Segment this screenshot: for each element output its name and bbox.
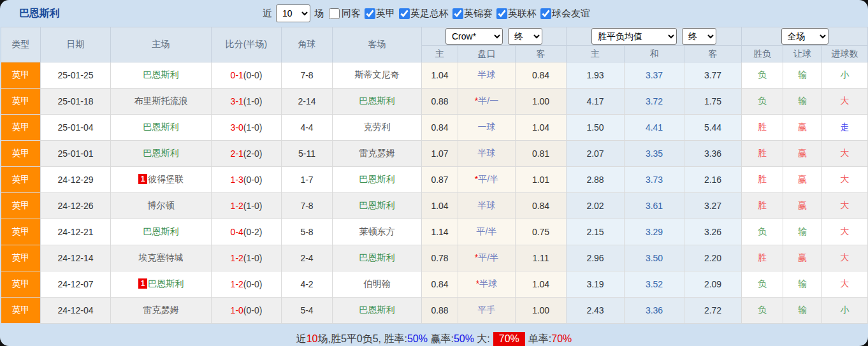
handicap-line: 平手 (458, 298, 516, 324)
scope-select[interactable]: 全场 (781, 28, 828, 45)
goals-result: 走 (822, 115, 868, 141)
goals-result: 大 (822, 141, 868, 167)
corners-cell: 5-11 (282, 141, 333, 167)
league-checkbox[interactable] (365, 8, 375, 19)
odds-away: 3.27 (684, 193, 742, 219)
date-cell: 24-12-07 (41, 271, 111, 298)
corners-cell: 5-8 (282, 219, 333, 245)
odds-draw: 3.37 (625, 62, 684, 89)
odds-source-select[interactable]: 胜平负均值 (591, 28, 677, 45)
footer-stat: 大: (474, 333, 490, 346)
ah-home-odds: 1.04 (422, 193, 458, 219)
corners-cell: 7-8 (282, 193, 333, 219)
league-label: 英足总杯 (410, 8, 449, 20)
sub-col-header: 盘口 (458, 46, 516, 62)
odds-away: 3.26 (684, 219, 742, 245)
page-title: 巴恩斯利 (19, 7, 60, 20)
ah-away-odds: 1.00 (516, 298, 567, 324)
ah-away-odds: 0.75 (516, 219, 567, 245)
team-name: 巴恩斯利 (359, 252, 395, 263)
corners-cell: 2-4 (282, 245, 333, 271)
ah-time-select[interactable]: 终 (508, 28, 542, 45)
corners-cell: 4-4 (282, 115, 333, 141)
handicap-line: 半球 (458, 62, 516, 89)
corners-cell: 7-8 (282, 62, 333, 89)
wdl-result: 胜 (742, 167, 783, 193)
league-label: 球会友谊 (552, 8, 590, 20)
score-cell: 1-2(1-0) (212, 245, 282, 271)
ah-source-select[interactable]: Crow* (445, 28, 503, 45)
ah-away-odds: 1.04 (516, 271, 567, 298)
same-venue-checkbox[interactable] (329, 8, 340, 19)
footer-stat: 单率: (528, 333, 551, 346)
league-badge: 英甲 (1, 219, 41, 245)
league-filters: 英甲英足总杯英锦赛英联杯球会友谊 (361, 8, 590, 20)
league-badge: 英甲 (1, 167, 41, 193)
footer-stat: 50% (407, 333, 428, 345)
ah-home-odds: 1.14 (422, 219, 458, 245)
ah-home-odds: 0.88 (422, 89, 458, 115)
handicap-line: 半球 (458, 193, 516, 219)
wdl-result: 胜 (742, 245, 783, 271)
sub-col-header: 主 (567, 46, 625, 62)
league-checkbox[interactable] (452, 8, 463, 19)
recent-count-select[interactable]: 10 (276, 4, 310, 22)
team-name: 布里斯托流浪 (134, 96, 188, 106)
summary-footer: 近10场,胜5平0负5, 胜率:50% 赢率:50% 大:70%单率:70% (0, 324, 868, 346)
league-badge: 英甲 (1, 115, 41, 141)
col-header-home: 主场 (111, 27, 212, 62)
footer-stat: 赢率: (428, 333, 454, 346)
ah-away-odds: 0.84 (516, 193, 567, 219)
footer-stat: 近 (296, 333, 307, 346)
team-name: 巴恩斯利 (143, 122, 179, 132)
home-team-cell: 1巴恩斯利 (111, 271, 212, 298)
odds-time-select[interactable]: 终 (682, 28, 716, 45)
score-cell: 1-2(0-0) (212, 271, 282, 298)
wdl-result: 胜 (742, 193, 783, 219)
col-header-score: 比分(半场) (212, 27, 282, 62)
team-name: 伯明翰 (364, 278, 391, 289)
col-header-date: 日期 (41, 27, 111, 62)
match-row: 英甲 25-01-18 布里斯托流浪 3-1(1-0) 2-14 巴恩斯利 0.… (1, 89, 868, 115)
league-badge: 英甲 (1, 141, 41, 167)
corners-cell: 2-14 (282, 89, 333, 115)
odds-draw: 3.36 (625, 298, 684, 324)
league-checkbox[interactable] (399, 8, 410, 19)
corners-cell: 4-2 (282, 271, 333, 298)
ah-odds-header: Crow* 终 (422, 27, 567, 46)
home-team-cell: 巴恩斯利 (111, 62, 212, 89)
handicap-result: 赢 (783, 193, 822, 219)
team-name: 巴恩斯利 (143, 148, 179, 158)
team-name: 巴恩斯利 (143, 226, 179, 236)
handicap-line: *平/半 (458, 245, 516, 271)
odds-home: 2.88 (567, 167, 625, 193)
league-label: 英甲 (376, 8, 395, 20)
team-name: 博尔顿 (148, 200, 175, 210)
wdl-result: 胜 (742, 141, 783, 167)
league-checkbox[interactable] (540, 8, 551, 19)
sub-col-header: 主 (422, 46, 458, 62)
footer-stat: 10 (307, 333, 318, 345)
score-cell: 3-1(1-0) (212, 89, 282, 115)
league-badge: 英甲 (1, 271, 41, 298)
handicap-line: *平/半 (458, 167, 516, 193)
date-cell: 25-01-25 (41, 62, 111, 89)
home-team-cell: 雷克瑟姆 (111, 298, 212, 324)
result-header: 全场 (742, 27, 868, 46)
date-cell: 24-12-29 (41, 167, 111, 193)
odds-draw: 3.29 (625, 219, 684, 245)
handicap-result: 输 (783, 219, 822, 245)
sub-col-header: 和 (625, 46, 684, 62)
league-filter: 英锦赛 (449, 8, 493, 20)
odds-home: 2.02 (567, 193, 625, 219)
ah-home-odds: 0.88 (422, 298, 458, 324)
league-label: 英联杯 (508, 8, 537, 20)
team-name: 埃克塞特城 (139, 252, 184, 263)
match-row: 英甲 24-12-04 雷克瑟姆 1-0(0-0) 5-4 巴恩斯利 0.88 … (1, 298, 868, 324)
odds-draw: 3.72 (625, 89, 684, 115)
league-checkbox[interactable] (496, 8, 507, 19)
home-team-cell: 博尔顿 (111, 193, 212, 219)
goals-result: 大 (822, 167, 868, 193)
same-venue-label: 同客 (342, 8, 361, 20)
score-cell: 1-0(0-0) (212, 298, 282, 324)
